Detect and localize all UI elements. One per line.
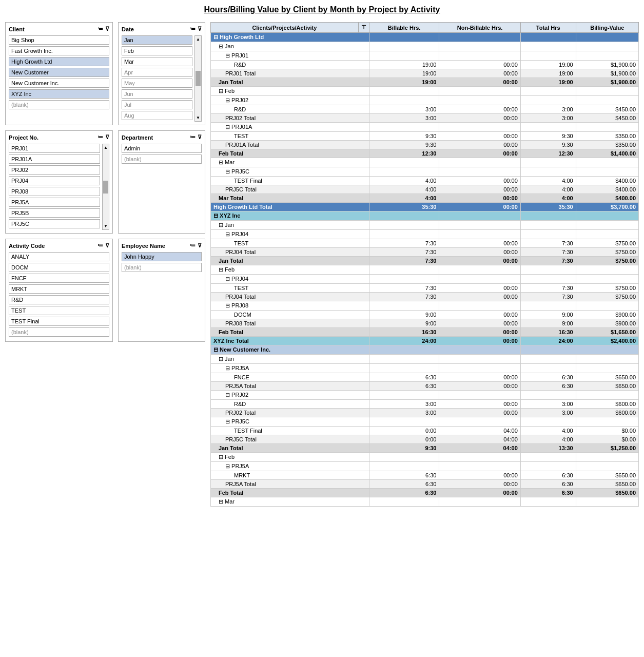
billing-cell (576, 230, 638, 239)
expand-icon[interactable]: ⊟ (225, 168, 230, 175)
activity-filter-test[interactable]: TEST (9, 306, 109, 315)
table-row: PRJ02 Total 3:00 00:00 3:00 $600.00 (211, 409, 639, 417)
project-filter-prj01[interactable]: PRJ01 (9, 144, 100, 153)
expand-icon[interactable]: ⊟ (219, 498, 223, 505)
billing-cell: $750.00 (576, 257, 638, 265)
row-label: Jan Total (211, 257, 369, 265)
expand-icon[interactable]: ⊟ (219, 88, 223, 94)
project-filter-prj5b[interactable]: PRJ5B (9, 208, 100, 218)
date-scrollbar[interactable]: ▲ ▼ (194, 35, 202, 122)
activity-filter-blank[interactable]: (blank) (9, 327, 109, 337)
expand-icon[interactable]: ⊟ (219, 356, 223, 362)
client-filter-item-xyzinc[interactable]: XYZ Inc (9, 89, 109, 99)
expand-icon[interactable]: ⊟ (225, 52, 230, 59)
date-filter-mar[interactable]: Mar (122, 57, 192, 66)
client-filter-label: Client (9, 26, 25, 32)
expand-icon[interactable]: ⊟ (225, 231, 230, 237)
expand-icon[interactable]: ⊟ (219, 43, 223, 49)
expand-icon[interactable]: ⊟ (225, 302, 230, 308)
project-filter-prj08[interactable]: PRJ08 (9, 187, 100, 196)
row-label: PRJ01 Total (211, 69, 369, 78)
expand-icon[interactable]: ⊟ (225, 365, 230, 371)
table-row: Jan Total 19:00 00:00 19:00 $1,900.00 (211, 78, 639, 87)
expand-icon[interactable]: ⊟ (225, 124, 230, 130)
client-filter-item-fastgrowth[interactable]: Fast Growth Inc. (9, 46, 109, 55)
activity-filter-docm[interactable]: DOCM (9, 263, 109, 272)
activity-filter-rd[interactable]: R&D (9, 295, 109, 304)
row-label: XYZ Inc Total (211, 337, 369, 345)
date-filter-aug[interactable]: Aug (122, 111, 192, 120)
header-filter-icon[interactable]: ⊤ (358, 23, 369, 33)
date-filter-sort-icon[interactable]: ≔ (190, 26, 196, 32)
department-filter-sort-icon[interactable]: ≔ (190, 134, 196, 141)
total-cell: 19:00 (520, 69, 576, 78)
expand-icon[interactable]: ⊟ (213, 212, 218, 219)
project-scroll-down-icon[interactable]: ▼ (104, 224, 108, 228)
department-filter-funnel-icon[interactable]: ⊽ (198, 134, 202, 141)
project-filter-prj01a[interactable]: PRJ01A (9, 154, 100, 164)
expand-icon[interactable]: ⊟ (213, 346, 218, 353)
table-row: ⊟ PRJ01 (211, 51, 639, 61)
expand-icon[interactable]: ⊟ (219, 159, 223, 165)
activity-filter-analy[interactable]: ANALY (9, 252, 109, 261)
filter-row-2: Project No. ≔ ⊽ PRJ01 PRJ01A PRJ02 PRJ04 (5, 130, 205, 234)
expand-icon[interactable]: ⊟ (213, 34, 218, 40)
project-scrollbar[interactable]: ▲ ▼ (102, 144, 109, 230)
client-filter-item-newcustomerinc[interactable]: New Customer Inc. (9, 79, 109, 88)
date-filter-feb[interactable]: Feb (122, 46, 192, 55)
expand-icon[interactable]: ⊟ (225, 463, 230, 469)
employee-filter-sort-icon[interactable]: ≔ (190, 242, 196, 249)
row-label: ⊟ PRJ5A (211, 364, 369, 373)
table-row: FNCE 6:30 00:00 6:30 $650.00 (211, 373, 639, 382)
project-filter-prj04[interactable]: PRJ04 (9, 176, 100, 185)
activity-filter-mrkt[interactable]: MRKT (9, 284, 109, 294)
billing-cell: $0.00 (576, 427, 638, 435)
date-filter-may[interactable]: May (122, 79, 192, 88)
scroll-up-icon[interactable]: ▲ (196, 37, 200, 42)
nonbillable-cell (439, 51, 520, 61)
table-row: DOCM 9:00 00:00 9:00 $900.00 (211, 311, 639, 319)
department-filter-blank[interactable]: (blank) (122, 154, 202, 164)
project-scroll-up-icon[interactable]: ▲ (104, 145, 108, 150)
expand-icon[interactable]: ⊟ (225, 276, 230, 282)
department-filter-admin[interactable]: Admin (122, 144, 202, 153)
nonbillable-cell: 00:00 (439, 257, 520, 265)
activity-filter-sort-icon[interactable]: ≔ (97, 242, 103, 249)
row-label: Jan Total (211, 444, 369, 453)
date-filter-jan[interactable]: Jan (122, 35, 192, 45)
activity-filter-funnel-icon[interactable]: ⊽ (105, 242, 109, 249)
expand-icon[interactable]: ⊟ (225, 418, 230, 424)
client-filter-item-bigshop[interactable]: Big Shop (9, 35, 109, 45)
expand-icon[interactable]: ⊟ (219, 266, 223, 273)
project-filter-prj5c[interactable]: PRJ5C (9, 219, 100, 228)
scroll-down-icon[interactable]: ▼ (196, 115, 200, 120)
project-filter-sort-icon[interactable]: ≔ (97, 134, 103, 141)
billable-cell (369, 158, 439, 167)
nonbillable-cell: 00:00 (439, 409, 520, 417)
project-filter-prj5a[interactable]: PRJ5A (9, 198, 100, 207)
client-filter-item-blank[interactable]: (blank) (9, 100, 109, 109)
employee-filter-funnel-icon[interactable]: ⊽ (198, 242, 202, 249)
expand-icon[interactable]: ⊟ (225, 97, 230, 103)
client-filter-funnel-icon[interactable]: ⊽ (105, 26, 109, 32)
date-filter-apr[interactable]: Apr (122, 68, 192, 77)
project-filter-funnel-icon[interactable]: ⊽ (105, 134, 109, 141)
activity-filter-fnce[interactable]: FNCE (9, 274, 109, 283)
expand-icon[interactable]: ⊟ (219, 454, 223, 460)
date-filter-jun[interactable]: Jun (122, 89, 192, 99)
client-filter-item-highgrowth[interactable]: High Growth Ltd (9, 57, 109, 66)
client-filter-sort-icon[interactable]: ≔ (97, 26, 103, 32)
billing-cell: $1,650.00 (576, 328, 638, 337)
employee-filter-blank[interactable]: (blank) (122, 263, 202, 272)
date-filter-jul[interactable]: Jul (122, 100, 192, 109)
expand-icon[interactable]: ⊟ (219, 222, 223, 228)
employee-filter-johnhappy[interactable]: John Happy (122, 252, 202, 261)
date-filter-funnel-icon[interactable]: ⊽ (198, 26, 202, 32)
client-filter-item-newcustomer[interactable]: New Customer (9, 68, 109, 77)
total-cell: 6:30 (520, 382, 576, 391)
activity-filter-testfinal[interactable]: TEST Final (9, 317, 109, 326)
total-cell (520, 301, 576, 311)
billable-cell (369, 345, 439, 355)
project-filter-prj02[interactable]: PRJ02 (9, 165, 100, 175)
expand-icon[interactable]: ⊟ (225, 392, 230, 398)
